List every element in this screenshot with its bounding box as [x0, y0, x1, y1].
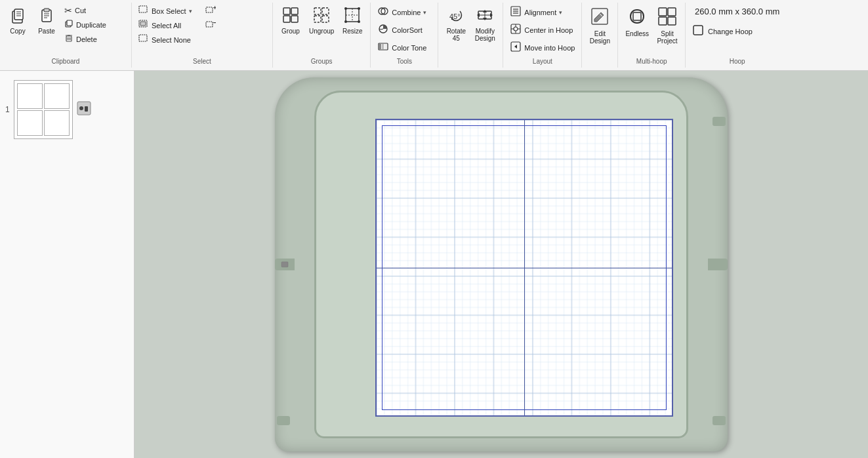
svg-point-62	[514, 27, 518, 31]
ungroup-button[interactable]: Ungroup	[306, 4, 337, 37]
edit-design-icon	[589, 6, 610, 29]
endless-label: Endless	[625, 30, 649, 37]
duplicate-label: Duplicate	[76, 21, 106, 29]
duplicate-button[interactable]: Duplicate	[62, 18, 127, 31]
select-all-icon	[138, 20, 149, 31]
move-into-hoop-button[interactable]: Move into Hoop	[507, 39, 577, 56]
select-add-button[interactable]: +	[203, 4, 268, 18]
cut-button[interactable]: ✂ Cut	[62, 4, 127, 17]
group-button[interactable]: Group	[277, 4, 304, 37]
color-tone-icon	[377, 41, 389, 54]
notch-bottom-right	[713, 416, 726, 425]
notch-left	[275, 259, 295, 270]
copy-label: Copy	[10, 28, 25, 35]
endless-button[interactable]: Endless	[622, 4, 652, 39]
alignment-label: Alignment	[524, 9, 556, 16]
cut-label: Cut	[75, 7, 86, 14]
svg-rect-32	[314, 16, 321, 22]
move-into-hoop-icon	[510, 41, 522, 54]
svg-rect-1	[14, 9, 23, 20]
clipboard-group-label: Clipboard	[52, 58, 80, 65]
combine-icon	[377, 5, 389, 19]
multi-hoop-group-label: Multi-hoop	[636, 58, 667, 65]
canvas-area[interactable]	[134, 71, 868, 458]
rotate45-button[interactable]: 45° Rotate45	[442, 4, 470, 44]
color-sort-button[interactable]: ColorSort	[375, 22, 434, 38]
color-tone-button[interactable]: Color Tone	[375, 39, 434, 56]
edit-design-button[interactable]: EditDesign	[586, 4, 613, 47]
alignment-button[interactable]: Alignment ▾	[507, 4, 577, 20]
center-in-hoop-button[interactable]: Center in Hoop	[507, 22, 577, 38]
page-color-icon	[77, 101, 91, 119]
resize-button[interactable]: Resize	[339, 4, 366, 37]
page-number-1: 1	[5, 105, 10, 114]
alignment-dropdown-icon: ▾	[559, 9, 562, 16]
toolbar: Copy Paste ✂ Cut Duplicate	[0, 0, 868, 71]
copy-button[interactable]: Copy	[4, 4, 31, 37]
thumb-cell-3	[17, 110, 43, 136]
endless-icon	[627, 6, 648, 29]
paste-button[interactable]: Paste	[33, 4, 60, 37]
svg-rect-45	[379, 44, 381, 49]
svg-rect-73	[668, 8, 676, 16]
box-select-button[interactable]: Box Select ▾	[136, 4, 201, 18]
box-select-dropdown-icon: ▾	[189, 8, 192, 14]
svg-rect-71	[633, 12, 641, 20]
select-none-button[interactable]: Select None	[136, 33, 201, 47]
group-icon	[281, 6, 300, 26]
svg-rect-75	[668, 17, 676, 25]
edit-design-label: EditDesign	[590, 30, 610, 45]
notch-top-right	[713, 117, 726, 126]
page-item-1[interactable]: 1	[0, 77, 134, 142]
modify-design-button[interactable]: ModifyDesign	[471, 4, 499, 44]
select-add-remove: + −	[203, 4, 268, 32]
select-all-button[interactable]: Select All	[136, 18, 201, 32]
combine-button[interactable]: Combine ▾	[375, 4, 434, 20]
rotate-group: 45° Rotate45 ModifyDesign	[438, 3, 503, 68]
svg-rect-80	[281, 262, 288, 267]
select-all-label: Select All	[152, 22, 181, 30]
split-project-button[interactable]: SplitProject	[653, 4, 681, 47]
alignment-icon	[510, 5, 522, 19]
paste-icon	[37, 6, 56, 26]
multi-hoop-group: Endless SplitProject Multi-hoop	[618, 3, 686, 68]
select-none-icon	[138, 34, 149, 45]
svg-rect-74	[659, 17, 667, 25]
svg-rect-46	[382, 44, 384, 49]
ungroup-label: Ungroup	[309, 28, 334, 35]
select-none-label: Select None	[152, 36, 191, 44]
svg-rect-33	[322, 16, 329, 22]
svg-rect-28	[283, 16, 290, 22]
change-hoop-button[interactable]: Change Hoop	[690, 23, 755, 39]
change-hoop-icon	[692, 24, 704, 38]
hoop-grid[interactable]	[375, 119, 673, 417]
color-tone-label: Color Tone	[392, 44, 426, 52]
select-remove-button[interactable]: −	[203, 18, 268, 32]
delete-label: Delete	[76, 35, 97, 43]
hoop-inner-frame	[314, 91, 688, 438]
svg-point-36	[358, 7, 360, 10]
color-sort-label: ColorSort	[392, 26, 422, 34]
hoop-outer	[255, 77, 747, 451]
groups-group-label: Groups	[311, 58, 333, 65]
thumb-cell-2	[44, 83, 70, 109]
delete-icon	[64, 33, 73, 45]
rotate45-label: Rotate45	[447, 28, 466, 42]
combine-dropdown-icon: ▾	[423, 9, 426, 16]
svg-rect-30	[314, 8, 321, 14]
svg-point-78	[79, 106, 83, 110]
hoop-machine	[275, 77, 728, 451]
modify-design-icon	[476, 6, 494, 26]
hoop-group: 260.0 mm x 360.0 mm Change Hoop Hoop	[686, 3, 789, 68]
svg-point-37	[344, 20, 347, 23]
svg-rect-79	[85, 106, 88, 112]
page-thumb-1	[14, 80, 73, 139]
svg-rect-18	[139, 6, 147, 12]
group-label: Group	[281, 28, 300, 35]
resize-icon	[343, 6, 362, 26]
edit-design-group: EditDesign	[582, 3, 618, 68]
delete-button[interactable]: Delete	[62, 32, 127, 46]
tools-group: Combine ▾ ColorSort Color Tone Tools	[371, 3, 438, 68]
box-select-icon	[138, 5, 149, 16]
copy-icon	[9, 6, 27, 26]
